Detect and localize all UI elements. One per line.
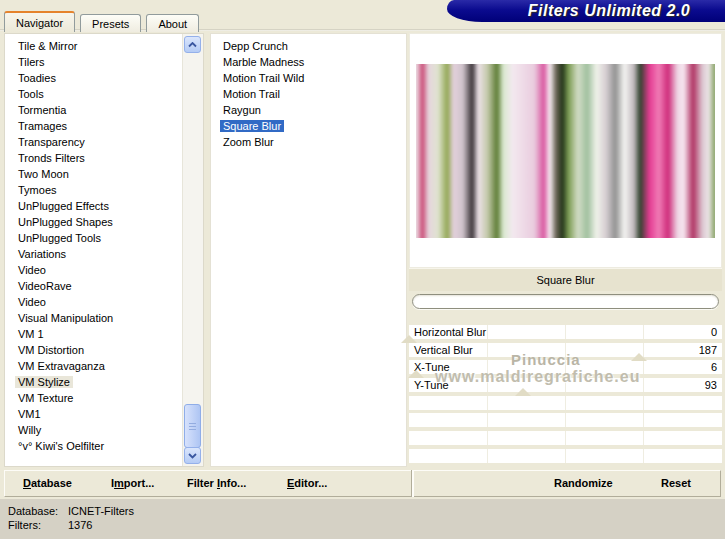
slider-position-triangle[interactable] xyxy=(515,388,531,396)
toolbar-divider xyxy=(411,470,414,497)
filter-item[interactable]: Motion Trail Wild xyxy=(223,70,406,86)
tab-presets[interactable]: Presets xyxy=(80,14,141,32)
category-item[interactable]: Toadies xyxy=(18,70,182,86)
category-item[interactable]: Tymoes xyxy=(18,182,182,198)
filter-item[interactable]: Raygun xyxy=(223,102,406,118)
category-item-label: Variations xyxy=(18,248,66,260)
filter-list: Depp CrunchMarble MadnessMotion Trail Wi… xyxy=(211,34,406,150)
category-item[interactable]: Visual Manipulation xyxy=(18,310,182,326)
preview-image-gradient xyxy=(416,64,715,238)
category-item[interactable]: VM1 xyxy=(18,406,182,422)
preview-box xyxy=(409,33,722,268)
category-item-label: Video xyxy=(18,264,46,276)
category-item-label: VM1 xyxy=(18,408,41,420)
category-item-label: VM Distortion xyxy=(18,344,84,356)
category-item-label: Tronds Filters xyxy=(18,152,85,164)
tab-about[interactable]: About xyxy=(146,14,199,32)
category-item-label: UnPlugged Shapes xyxy=(18,216,113,228)
slider-empty-row xyxy=(409,396,722,410)
category-item-label: Tramages xyxy=(18,120,67,132)
status-value: ICNET-Filters xyxy=(68,505,134,517)
category-item[interactable]: Tilers xyxy=(18,54,182,70)
filter-item-label: Marble Madness xyxy=(223,56,304,68)
category-item[interactable]: Video xyxy=(18,294,182,310)
parameter-sliders: Horizontal Blur0Vertical Blur187X-Tune6Y… xyxy=(409,325,722,468)
category-item[interactable]: Willy xyxy=(18,422,182,438)
category-item[interactable]: UnPlugged Tools xyxy=(18,230,182,246)
category-item[interactable]: VM 1 xyxy=(18,326,182,342)
reset-button[interactable]: Reset xyxy=(661,471,691,496)
slider-position-triangle[interactable] xyxy=(408,370,424,378)
filter-list-panel: Depp CrunchMarble MadnessMotion Trail Wi… xyxy=(210,33,407,467)
scrollbar-thumb[interactable] xyxy=(184,404,201,448)
database-button[interactable]: Database xyxy=(23,471,72,496)
randomize-button[interactable]: Randomize xyxy=(554,471,613,496)
active-filter-title: Square Blur xyxy=(409,268,722,291)
category-item[interactable]: VM Stylize xyxy=(18,374,182,390)
category-item-label: Transparency xyxy=(18,136,85,148)
menu-label-post: ditor... xyxy=(294,477,327,489)
slider-label: Vertical Blur xyxy=(414,343,473,357)
menu-label-pre: Filter xyxy=(187,477,217,489)
category-item[interactable]: Video xyxy=(18,262,182,278)
category-item[interactable]: VideoRave xyxy=(18,278,182,294)
category-item-label: UnPlugged Tools xyxy=(18,232,101,244)
tab-navigator[interactable]: Navigator xyxy=(4,11,75,32)
category-item-label: VM Stylize xyxy=(15,376,73,388)
category-item[interactable]: VM Distortion xyxy=(18,342,182,358)
category-item[interactable]: VM Texture xyxy=(18,390,182,406)
category-item[interactable]: Tronds Filters xyxy=(18,150,182,166)
filter-item[interactable]: Zoom Blur xyxy=(223,134,406,150)
filter-item[interactable]: Motion Trail xyxy=(223,86,406,102)
bottom-status-strip: Database:ICNET-FiltersFilters:1376 Apply… xyxy=(0,499,725,539)
app-title-banner: Filters Unlimited 2.0 xyxy=(447,0,725,22)
category-item-label: Video xyxy=(18,296,46,308)
filter-item[interactable]: Depp Crunch xyxy=(223,38,406,54)
category-item[interactable]: °v° Kiwi's Oelfilter xyxy=(18,438,182,454)
slider-horizontal-blur[interactable]: Horizontal Blur0 xyxy=(409,325,722,339)
category-item[interactable]: Tramages xyxy=(18,118,182,134)
filter-item-label: Zoom Blur xyxy=(223,136,274,148)
editor-button[interactable]: Editor... xyxy=(287,471,327,496)
filters-unlimited-dialog: { "window": { "title": "Filters Unlimite… xyxy=(0,0,725,539)
chevron-down-icon xyxy=(188,453,197,459)
category-item[interactable]: UnPlugged Shapes xyxy=(18,214,182,230)
category-item[interactable]: Two Moon xyxy=(18,166,182,182)
category-item[interactable]: UnPlugged Effects xyxy=(18,198,182,214)
chevron-up-icon xyxy=(188,42,197,48)
category-item[interactable]: VM Extravaganza xyxy=(18,358,182,374)
toolbar: DatabaseImport...Filter Info...Editor...… xyxy=(4,470,721,497)
watermark-line2: www.maldiregrafiche.eu xyxy=(435,368,640,386)
status-value: 1376 xyxy=(68,519,92,531)
slider-position-triangle[interactable] xyxy=(401,335,417,343)
menu-label-post: port... xyxy=(124,477,155,489)
menu-label-post: atabase xyxy=(31,477,72,489)
category-list: Tile & MirrorTilersToadiesToolsTormentia… xyxy=(5,34,182,466)
category-item-label: VideoRave xyxy=(18,280,72,292)
category-item-label: VM 1 xyxy=(18,328,44,340)
filter-item[interactable]: Square Blur xyxy=(223,118,406,134)
filter-item[interactable]: Marble Madness xyxy=(223,54,406,70)
menu-label-accel: D xyxy=(23,477,31,489)
category-item-label: VM Extravaganza xyxy=(18,360,105,372)
category-item[interactable]: Tools xyxy=(18,86,182,102)
category-item[interactable]: Transparency xyxy=(18,134,182,150)
category-item-label: Toadies xyxy=(18,72,56,84)
category-scrollbar[interactable] xyxy=(182,34,203,466)
slider-value: 6 xyxy=(711,360,717,374)
filter-item-label: Square Blur xyxy=(220,120,284,132)
tab-bar: NavigatorPresetsAbout xyxy=(4,11,199,32)
category-item[interactable]: Tormentia xyxy=(18,102,182,118)
app-title: Filters Unlimited 2.0 xyxy=(447,0,725,21)
category-item[interactable]: Tile & Mirror xyxy=(18,38,182,54)
category-item[interactable]: Variations xyxy=(18,246,182,262)
scroll-down-button[interactable] xyxy=(184,447,201,464)
slider-value: 187 xyxy=(699,343,717,357)
filter-info-button[interactable]: Filter Info... xyxy=(187,471,246,496)
category-item-label: Tymoes xyxy=(18,184,57,196)
slider-position-triangle[interactable] xyxy=(631,353,647,361)
category-item-label: Willy xyxy=(18,424,41,436)
slider-label: Horizontal Blur xyxy=(414,325,486,339)
import-button[interactable]: Import... xyxy=(111,471,154,496)
scroll-up-button[interactable] xyxy=(184,36,201,53)
